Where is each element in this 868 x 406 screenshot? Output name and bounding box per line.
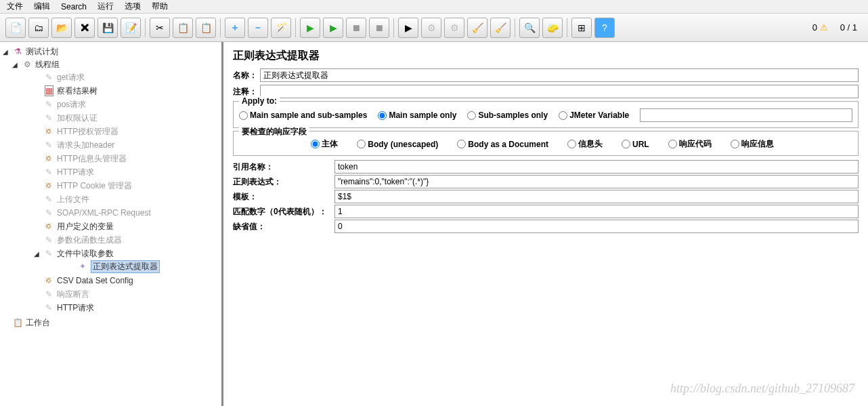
tree-item[interactable]: HTTP信息头管理器 [57, 153, 127, 165]
toolbar-separator [220, 18, 221, 37]
tree-item[interactable]: 请求头加header [57, 140, 114, 151]
tree-item[interactable]: 参数化函数生成器 [57, 235, 122, 246]
tree-toggle[interactable]: ◢ [34, 250, 41, 258]
close-icon[interactable]: 🗙 [74, 18, 95, 38]
stop-icon[interactable]: ⏹ [346, 18, 366, 38]
paste-icon[interactable]: 📋 [196, 18, 216, 38]
comment-input[interactable] [260, 85, 859, 98]
resp-body-unescaped[interactable]: Body (unescaped) [357, 140, 438, 149]
apply-to-fieldset: Apply to: Main sample and sub-samples Ma… [233, 101, 859, 128]
apply-sub-only[interactable]: Sub-samples only [467, 110, 548, 120]
function-helper-icon[interactable]: ⊞ [571, 18, 592, 38]
resp-headers[interactable]: 信息头 [567, 138, 603, 150]
shutdown-icon[interactable]: ⏹ [369, 18, 389, 38]
tree-thread-group[interactable]: 线程组 [35, 59, 60, 70]
apply-main-sub[interactable]: Main sample and sub-samples [239, 110, 367, 120]
match-label: 匹配数字（0代表随机）： [233, 206, 334, 218]
default-input[interactable] [334, 220, 859, 233]
config-icon [43, 153, 54, 164]
tree-toggle[interactable]: ◢ [3, 48, 9, 56]
panel-title: 正则表达式提取器 [233, 49, 859, 63]
tree-item[interactable]: 察看结果树 [57, 85, 97, 97]
pencil-icon [43, 235, 54, 245]
menu-run[interactable]: 运行 [97, 1, 114, 12]
resp-message[interactable]: 响应信息 [731, 138, 774, 150]
sampler-icon [43, 302, 54, 313]
remote-shutdown-icon[interactable]: ⚙ [444, 18, 464, 38]
clear-icon[interactable]: 🧹 [467, 18, 487, 38]
reset-search-icon[interactable]: 🧽 [542, 18, 563, 38]
config-icon [43, 275, 54, 286]
tree-item[interactable]: HTTP Cookie 管理器 [57, 180, 132, 192]
workbench-icon [12, 317, 23, 328]
apply-to-legend: Apply to: [239, 96, 280, 106]
new-icon[interactable]: 📄 [5, 18, 26, 38]
tree-panel: ◢测试计划 ◢线程组 get请求察看结果树pos请求加权限认证HTTP授权管理器… [0, 42, 223, 406]
toolbar-separator [145, 18, 146, 37]
remote-start-icon[interactable]: ▶ [398, 18, 418, 38]
search-icon[interactable]: 🔍 [519, 18, 540, 38]
match-input[interactable] [334, 205, 859, 218]
pencil-icon [43, 113, 54, 123]
pencil-icon [43, 72, 54, 83]
resp-url[interactable]: URL [622, 140, 649, 149]
tree-csv[interactable]: CSV Data Set Config [57, 276, 133, 285]
tree-regex-extractor[interactable]: 正则表达式提取器 [91, 260, 160, 273]
menu-file[interactable]: 文件 [7, 1, 23, 12]
clear-all-icon[interactable]: 🧹 [490, 18, 511, 38]
tree-assert[interactable]: 响应断言 [57, 289, 89, 300]
resp-body[interactable]: 主体 [311, 138, 338, 150]
pencil-icon [43, 207, 54, 218]
wand-icon[interactable]: 🪄 [271, 18, 291, 38]
jmeter-variable-input[interactable] [640, 108, 852, 122]
help-icon[interactable]: ? [594, 18, 615, 38]
menu-options[interactable]: 选项 [125, 1, 141, 12]
tree-item[interactable]: get请求 [57, 72, 85, 83]
save-as-icon[interactable]: 📝 [121, 18, 141, 38]
add-icon[interactable]: ＋ [225, 18, 245, 38]
regex-label: 正则表达式： [233, 176, 334, 188]
regex-input[interactable] [334, 175, 859, 188]
tree-item[interactable]: HTTP请求 [57, 167, 94, 178]
resp-body-document[interactable]: Body as a Document [457, 140, 548, 149]
pencil-icon [43, 167, 54, 178]
copy-icon[interactable]: 📋 [173, 18, 193, 38]
default-label: 缺省值： [233, 221, 334, 232]
tree-http[interactable]: HTTP请求 [57, 302, 94, 314]
cut-icon[interactable]: ✂ [150, 18, 170, 38]
apply-jmeter-var[interactable]: JMeter Variable [559, 110, 629, 120]
menu-edit[interactable]: 编辑 [34, 1, 50, 12]
tree-item[interactable]: pos请求 [57, 99, 86, 110]
tree-workbench[interactable]: 工作台 [26, 317, 50, 329]
menu-search[interactable]: Search [61, 2, 87, 12]
sampler-icon [43, 248, 54, 259]
template-icon[interactable]: 🗂 [28, 18, 49, 38]
tree-item[interactable]: 上传文件 [57, 194, 89, 205]
tree-item[interactable]: SOAP/XML-RPC Request [57, 208, 151, 218]
menu-help[interactable]: 帮助 [152, 1, 168, 12]
start-no-timers-icon[interactable]: ▶ [323, 18, 343, 38]
name-input[interactable] [260, 68, 859, 82]
test-plan-icon [12, 46, 23, 57]
tree-toggle[interactable]: ◢ [12, 61, 19, 68]
ref-name-input[interactable] [334, 160, 859, 174]
tree-item[interactable]: 用户定义的变量 [57, 221, 114, 232]
tree-item[interactable]: HTTP授权管理器 [57, 126, 118, 138]
name-label: 名称： [233, 70, 260, 81]
tree-item[interactable]: 加权限认证 [57, 113, 97, 124]
tree-file-params[interactable]: 文件中读取参数 [57, 248, 114, 260]
extractor-icon [77, 261, 88, 272]
toolbar-separator [295, 18, 296, 37]
pencil-icon [43, 140, 54, 150]
start-icon[interactable]: ▶ [300, 18, 320, 38]
remove-icon[interactable]: － [248, 18, 268, 38]
content-panel: 正则表达式提取器 名称： 注释： Apply to: Main sample a… [223, 42, 868, 406]
save-icon[interactable]: 💾 [97, 18, 118, 38]
assertion-icon [43, 289, 54, 300]
resp-code[interactable]: 响应代码 [668, 138, 712, 150]
template-input[interactable] [334, 190, 859, 203]
remote-stop-icon[interactable]: ⚙ [421, 18, 441, 38]
tree-test-plan[interactable]: 测试计划 [26, 46, 58, 58]
open-icon[interactable]: 📂 [51, 18, 72, 38]
apply-main-only[interactable]: Main sample only [378, 110, 456, 120]
